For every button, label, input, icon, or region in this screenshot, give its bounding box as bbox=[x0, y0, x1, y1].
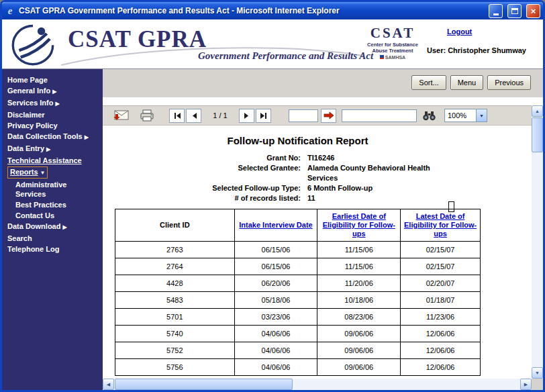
scroll-up-icon[interactable]: ▲ bbox=[532, 105, 543, 117]
report-page: Follow-up Notification Report Grant No: … bbox=[103, 126, 532, 379]
print-icon[interactable] bbox=[140, 109, 154, 121]
csat-logo-title: CSAT bbox=[362, 25, 423, 42]
sidebar-item-telephone-log[interactable]: Telephone Log bbox=[2, 244, 103, 254]
intake-date-cell: 03/23/06 bbox=[234, 309, 317, 326]
hhs-logo-icon bbox=[9, 23, 57, 66]
menu-button[interactable]: Menu bbox=[450, 75, 484, 90]
sidebar-item-data-download[interactable]: Data Download▶ bbox=[2, 221, 103, 233]
latest-date-cell: 02/15/07 bbox=[401, 242, 481, 258]
search-text-input[interactable] bbox=[342, 109, 417, 122]
sidebar-item-label: Services Info bbox=[7, 99, 53, 107]
sidebar-item-disclaimer[interactable]: Disclaimer bbox=[2, 109, 103, 120]
close-button[interactable]: × bbox=[526, 4, 540, 18]
intake-date-cell: 04/06/06 bbox=[234, 359, 317, 376]
records-listed-label: # of records listed: bbox=[115, 193, 307, 203]
sidebar-item-label: Best Practices bbox=[15, 201, 66, 209]
scroll-down-icon[interactable]: ▼ bbox=[532, 367, 543, 379]
sidebar-item-label: Administrative Services bbox=[15, 181, 66, 198]
sidebar-item-home-page[interactable]: Home Page bbox=[2, 75, 103, 85]
scroll-left-icon[interactable]: ◀ bbox=[103, 379, 114, 390]
maximize-button[interactable] bbox=[507, 4, 522, 18]
table-row: 574004/06/0609/06/0612/06/06 bbox=[115, 326, 481, 342]
sidebar-item-label: Home Page bbox=[7, 76, 48, 84]
submenu-arrow-icon: ▶ bbox=[85, 134, 89, 140]
grant-no-value: TI16246 bbox=[307, 153, 452, 163]
table-row: 442806/20/0611/20/0602/20/07 bbox=[115, 275, 481, 292]
reports-active-box: Reports▼ bbox=[7, 166, 48, 179]
next-page-button[interactable] bbox=[239, 109, 254, 123]
sidebar-item-services-info[interactable]: Services Info▶ bbox=[2, 97, 103, 109]
goto-page-input[interactable] bbox=[289, 109, 318, 122]
sidebar-item-data-entry[interactable]: Data Entry▶ bbox=[2, 143, 103, 155]
minimize-button[interactable] bbox=[489, 4, 503, 18]
main-content: Sort... Menu Previous bbox=[103, 69, 543, 390]
earliest-date-cell: 09/06/06 bbox=[317, 326, 401, 342]
grant-no-label: Grant No: bbox=[115, 153, 307, 163]
intake-date-cell: 06/20/06 bbox=[234, 275, 317, 292]
sidebar-item-technical-assistance[interactable]: Technical Assistance bbox=[2, 155, 103, 166]
brand-subtitle: Government Performance and Results Act bbox=[198, 50, 373, 62]
report-viewer: 1 / 1 bbox=[103, 97, 543, 390]
latest-date-cell: 12/06/06 bbox=[401, 342, 481, 359]
latest-date-cell: 12/06/06 bbox=[401, 326, 481, 342]
latest-date-cell: 02/15/07 bbox=[401, 258, 481, 275]
client-id-cell: 2763 bbox=[115, 242, 235, 258]
report-title: Follow-up Notification Report bbox=[115, 135, 481, 146]
followup-notification-table: Client ID Intake Interview Date Earliest… bbox=[115, 209, 481, 376]
goto-page-button[interactable] bbox=[321, 109, 336, 123]
table-row: 548305/18/0610/18/0601/18/07 bbox=[115, 292, 481, 309]
logout-link[interactable]: Logout bbox=[447, 28, 472, 36]
sidebar-item-label: Data Entry bbox=[7, 144, 44, 152]
title-bar[interactable]: e CSAT GPRA Government Performance and R… bbox=[2, 2, 543, 19]
horizontal-scroll-thumb[interactable] bbox=[115, 379, 293, 390]
sort-button[interactable]: Sort... bbox=[411, 75, 446, 90]
find-binoculars-icon[interactable] bbox=[422, 111, 436, 121]
intake-date-cell: 06/15/06 bbox=[234, 242, 317, 258]
submenu-arrow-icon: ▶ bbox=[46, 146, 50, 152]
page-indicator: 1 / 1 bbox=[203, 111, 238, 119]
last-page-button[interactable] bbox=[256, 109, 271, 123]
table-row: 276406/15/0611/15/0602/15/07 bbox=[115, 258, 481, 275]
sidebar-item-contact-us[interactable]: Contact Us bbox=[2, 210, 83, 221]
client-id-cell: 5752 bbox=[115, 342, 235, 359]
zoom-select[interactable]: 100% ▼ bbox=[444, 109, 487, 122]
csat-logo-line2: Abuse Treatment bbox=[362, 48, 423, 54]
previous-button[interactable]: Previous bbox=[487, 75, 531, 90]
sidebar-item-reports[interactable]: Reports▼ bbox=[2, 166, 103, 179]
table-row: 575204/06/0609/06/0612/06/06 bbox=[115, 342, 481, 359]
samhsa-flag-icon bbox=[380, 55, 384, 59]
column-header-earliest-eligibility[interactable]: Earliest Date of Eligibility for Follow-… bbox=[323, 212, 395, 238]
submenu-arrow-icon: ▶ bbox=[52, 89, 56, 95]
zoom-value: 100% bbox=[445, 111, 476, 119]
browser-window: e CSAT GPRA Government Performance and R… bbox=[0, 0, 545, 392]
sidebar-item-data-collection-tools[interactable]: Data Collection Tools▶ bbox=[2, 131, 103, 143]
client-id-cell: 5756 bbox=[115, 359, 235, 376]
latest-date-cell: 02/20/07 bbox=[401, 275, 481, 292]
horizontal-scrollbar[interactable]: ◀ ▶ bbox=[103, 379, 532, 390]
table-row: 570103/23/0608/23/0611/23/06 bbox=[115, 309, 481, 326]
sidebar-item-general-info[interactable]: General Info▶ bbox=[2, 85, 103, 97]
sidebar-item-label: Data Download bbox=[7, 222, 60, 230]
sidebar-item-label: Search bbox=[7, 234, 32, 242]
vertical-scroll-thumb[interactable] bbox=[532, 117, 543, 152]
earliest-date-cell: 09/06/06 bbox=[317, 342, 401, 359]
export-email-icon[interactable] bbox=[112, 109, 129, 121]
sidebar-item-best-practices[interactable]: Best Practices bbox=[2, 199, 83, 210]
previous-page-button[interactable] bbox=[186, 109, 201, 123]
column-header-intake-interview-date[interactable]: Intake Interview Date bbox=[239, 221, 312, 229]
followup-type-label: Selected Follow-up Type: bbox=[115, 183, 307, 193]
first-page-button[interactable] bbox=[169, 109, 185, 123]
report-summary-fields: Grant No: TI16246 Selected Grantee: Alam… bbox=[115, 153, 481, 203]
client-id-cell: 4428 bbox=[115, 275, 235, 292]
followup-type-value: 6 Month Follow-up bbox=[307, 183, 452, 193]
client-id-cell: 5483 bbox=[115, 292, 235, 309]
sidebar-item-privacy-policy[interactable]: Privacy Policy bbox=[2, 120, 103, 131]
sidebar-item-administrative-services[interactable]: Administrative Services bbox=[2, 179, 83, 199]
records-listed-value: 11 bbox=[307, 193, 452, 203]
column-header-latest-eligibility[interactable]: Latest Date of Eligibility for Follow-up… bbox=[404, 212, 477, 238]
vertical-scrollbar[interactable]: ▲ ▼ bbox=[532, 105, 543, 379]
latest-date-cell: 01/18/07 bbox=[401, 292, 481, 309]
sidebar-item-search[interactable]: Search bbox=[2, 233, 103, 244]
scroll-right-icon[interactable]: ▶ bbox=[520, 379, 532, 390]
column-header-client-id: Client ID bbox=[115, 209, 235, 242]
